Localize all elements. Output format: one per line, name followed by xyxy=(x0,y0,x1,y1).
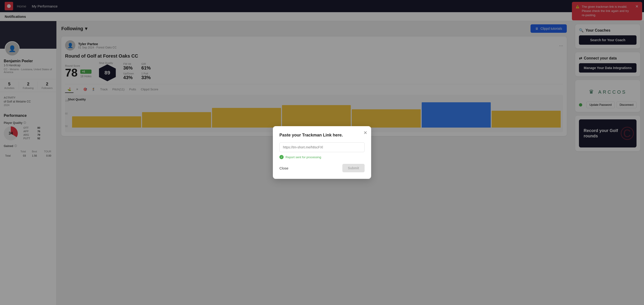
trackman-link-input[interactable] xyxy=(280,142,364,152)
trackman-modal: Paste your Trackman Link here. ✕ ✓ Repor… xyxy=(273,126,371,179)
modal-close-button[interactable]: Close xyxy=(280,166,288,170)
success-check-icon: ✓ xyxy=(280,155,284,159)
modal-overlay: Paste your Trackman Link here. ✕ ✓ Repor… xyxy=(0,0,644,305)
modal-submit-button[interactable]: Submit xyxy=(342,164,364,172)
modal-footer: Close Submit xyxy=(280,164,364,172)
modal-title: Paste your Trackman Link here. xyxy=(280,133,364,138)
modal-success-message: ✓ Report sent for processing xyxy=(280,155,364,159)
modal-close-x-button[interactable]: ✕ xyxy=(364,130,368,136)
